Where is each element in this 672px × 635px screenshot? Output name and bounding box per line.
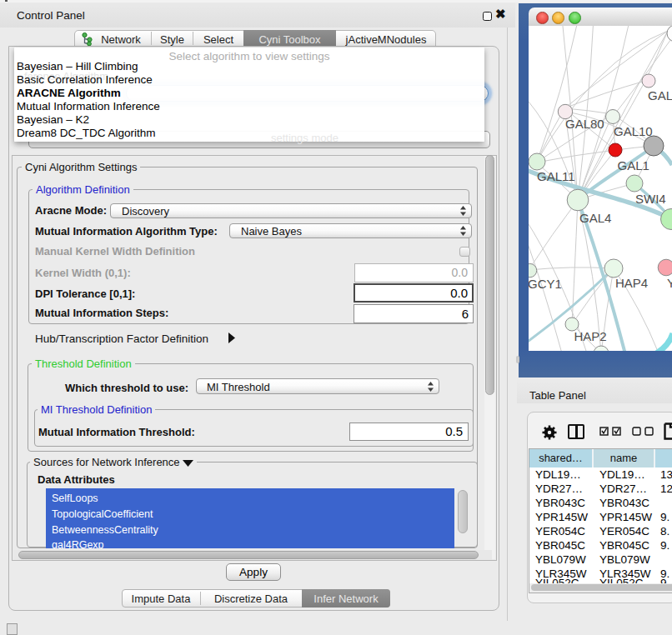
svg-text:GAL10: GAL10 <box>614 124 653 138</box>
svg-text:SWI4: SWI4 <box>635 192 666 206</box>
svg-text:HAP4: HAP4 <box>615 276 648 290</box>
svg-text:GAL11: GAL11 <box>537 169 575 183</box>
svg-text:GCY1: GCY1 <box>529 277 562 291</box>
svg-text:GAL4: GAL4 <box>579 211 611 225</box>
svg-text:GAL1: GAL1 <box>618 158 649 172</box>
svg-text:HAP2: HAP2 <box>574 329 607 343</box>
svg-text:GAL80: GAL80 <box>565 117 604 131</box>
svg-text:GAL: GAL <box>648 88 672 102</box>
svg-text:Y: Y <box>667 276 672 290</box>
